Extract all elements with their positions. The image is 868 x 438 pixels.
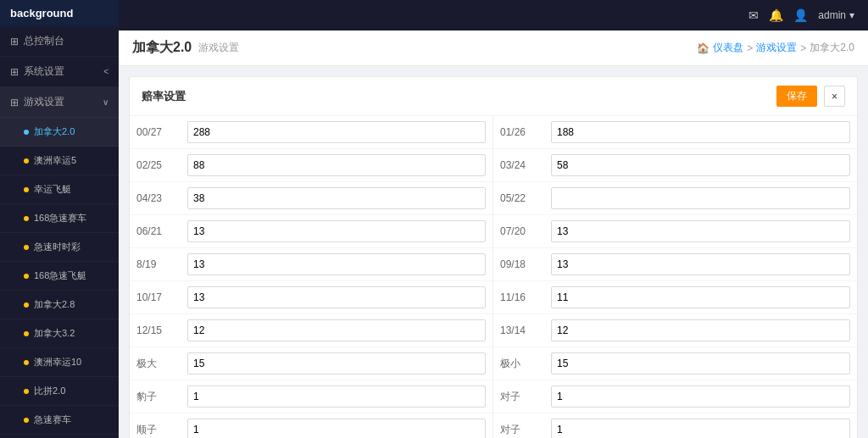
- odds-card: 赔率设置 保存 × 00/27 02/25: [129, 76, 858, 438]
- odds-title: 赔率设置: [142, 89, 186, 104]
- save-button[interactable]: 保存: [776, 86, 817, 107]
- odds-label-5: 10/17: [136, 291, 187, 303]
- odds-rinput-8[interactable]: [551, 385, 850, 408]
- close-button[interactable]: ×: [824, 86, 845, 107]
- system-arrow: <: [103, 67, 108, 76]
- breadcrumb-home-icon: 🏠: [697, 42, 709, 54]
- sidebar-item-canada28[interactable]: 加拿大2.8: [0, 291, 119, 319]
- bell-icon[interactable]: 🔔: [769, 8, 783, 22]
- odds-input-5[interactable]: [187, 286, 486, 308]
- odds-rlabel-6: 13/14: [500, 324, 551, 336]
- sidebar-item-game-settings[interactable]: ⊞ 游戏设置 ∨: [0, 87, 119, 118]
- odds-rlabel-5: 11/16: [500, 291, 551, 303]
- sidebar-item-compare20[interactable]: 比拼2.0: [0, 377, 119, 406]
- odds-rinput-4[interactable]: [551, 253, 850, 275]
- odds-rrow-5: 11/16: [493, 281, 857, 314]
- odds-rinput-0[interactable]: [551, 121, 850, 143]
- sidebar-item-compare28[interactable]: 比拼2.8: [0, 435, 119, 438]
- odds-label-6: 12/15: [136, 324, 187, 336]
- odds-row-6: 12/15: [130, 314, 492, 347]
- sidebar-item-canzhou10[interactable]: 澳洲幸运10: [0, 348, 119, 377]
- topbar: ✉ 🔔 👤 admin ▾: [119, 0, 868, 30]
- odds-rlabel-3: 07/20: [500, 225, 551, 237]
- sidebar-item-racing[interactable]: 急速赛车: [0, 406, 119, 435]
- odds-rlabel-1: 03/24: [500, 159, 551, 171]
- sub-dot: [24, 418, 29, 423]
- sidebar-item-168fly[interactable]: 168急速飞艇: [0, 262, 119, 291]
- odds-rlabel-0: 01/26: [500, 126, 551, 138]
- odds-rrow-0: 01/26: [493, 116, 857, 149]
- sub-dot: [24, 245, 29, 250]
- sidebar-item-canzhou5[interactable]: 澳洲幸运5: [0, 147, 119, 175]
- odds-label-1: 02/25: [136, 159, 187, 171]
- sidebar-item-canada32[interactable]: 加拿大3.2: [0, 319, 119, 348]
- odds-row-0: 00/27: [130, 116, 492, 149]
- odds-rrow-8: 对子: [493, 380, 857, 413]
- odds-row-2: 04/23: [130, 182, 492, 215]
- dashboard-icon: ⊞: [10, 36, 19, 47]
- odds-row-9: 顺子: [130, 413, 492, 438]
- odds-rinput-1[interactable]: [551, 154, 850, 176]
- username-label: admin: [818, 9, 846, 21]
- odds-input-2[interactable]: [187, 187, 486, 209]
- email-icon[interactable]: ✉: [748, 8, 759, 22]
- odds-label-0: 00/27: [136, 126, 187, 138]
- game-icon: ⊞: [10, 97, 19, 108]
- odds-label-2: 04/23: [136, 192, 187, 204]
- odds-input-3[interactable]: [187, 220, 486, 242]
- sub-dot: [24, 158, 29, 164]
- user-icon[interactable]: 👤: [793, 8, 808, 22]
- page-title: 加拿大2.0: [132, 39, 192, 57]
- odds-rlabel-9: 对子: [500, 423, 551, 437]
- sidebar: background ⊞ 总控制台 ⊞ 系统设置 < ⊞ 游戏设置 ∨ 加拿大2…: [0, 0, 119, 438]
- odds-rinput-9[interactable]: [551, 419, 850, 438]
- odds-input-6[interactable]: [187, 319, 486, 341]
- odds-rinput-2[interactable]: [551, 187, 850, 209]
- odds-label-8: 豹子: [136, 390, 187, 404]
- breadcrumb: 🏠 仪表盘 > 游戏设置 > 加拿大2.0: [697, 41, 854, 55]
- odds-rinput-3[interactable]: [551, 220, 850, 242]
- breadcrumb-home[interactable]: 仪表盘: [713, 41, 743, 55]
- topbar-user[interactable]: admin ▾: [818, 9, 854, 21]
- odds-rlabel-4: 09/18: [500, 258, 551, 270]
- active-dot: [24, 130, 29, 135]
- breadcrumb-current: 加拿大2.0: [810, 41, 854, 55]
- sidebar-item-canada2[interactable]: 加拿大2.0: [0, 118, 119, 147]
- odds-input-8[interactable]: [187, 385, 486, 408]
- odds-rlabel-2: 05/22: [500, 192, 551, 204]
- sidebar-item-system[interactable]: ⊞ 系统设置 <: [0, 57, 119, 87]
- odds-rrow-9: 对子: [493, 413, 857, 438]
- odds-input-0[interactable]: [187, 121, 486, 143]
- sidebar-item-168racing[interactable]: 168急速赛车: [0, 204, 119, 233]
- odds-row-3: 06/21: [130, 215, 492, 248]
- odds-rlabel-8: 对子: [500, 390, 551, 404]
- odds-row-8: 豹子: [130, 380, 492, 413]
- sub-dot: [24, 187, 29, 192]
- breadcrumb-parent[interactable]: 游戏设置: [756, 41, 797, 55]
- odds-row-1: 02/25: [130, 149, 492, 182]
- odds-input-4[interactable]: [187, 253, 486, 275]
- sub-dot: [24, 389, 29, 394]
- sidebar-item-speed-timer[interactable]: 急速时时彩: [0, 233, 119, 262]
- odds-card-header: 赔率设置 保存 ×: [130, 77, 857, 116]
- odds-label-4: 8/19: [136, 258, 187, 270]
- odds-label-3: 06/21: [136, 225, 187, 237]
- odds-row-5: 10/17: [130, 281, 492, 314]
- odds-input-7[interactable]: [187, 352, 486, 374]
- odds-rrow-3: 07/20: [493, 215, 857, 248]
- sidebar-item-lucky-fly[interactable]: 幸运飞艇: [0, 175, 119, 204]
- odds-row-7: 极大: [130, 347, 492, 380]
- odds-rinput-5[interactable]: [551, 286, 850, 308]
- odds-rrow-7: 极小: [493, 347, 857, 380]
- odds-label-7: 极大: [136, 357, 187, 371]
- odds-row-4: 8/19: [130, 248, 492, 281]
- page-header: 加拿大2.0 游戏设置 🏠 仪表盘 > 游戏设置 > 加拿大2.0: [119, 30, 868, 66]
- sidebar-item-dashboard[interactable]: ⊞ 总控制台: [0, 26, 119, 57]
- odds-rinput-7[interactable]: [551, 352, 850, 374]
- sub-dot: [24, 331, 29, 336]
- odds-rinput-6[interactable]: [551, 319, 850, 341]
- odds-rrow-6: 13/14: [493, 314, 857, 347]
- odds-input-9[interactable]: [187, 419, 486, 438]
- odds-input-1[interactable]: [187, 154, 486, 176]
- sub-dot: [24, 302, 29, 308]
